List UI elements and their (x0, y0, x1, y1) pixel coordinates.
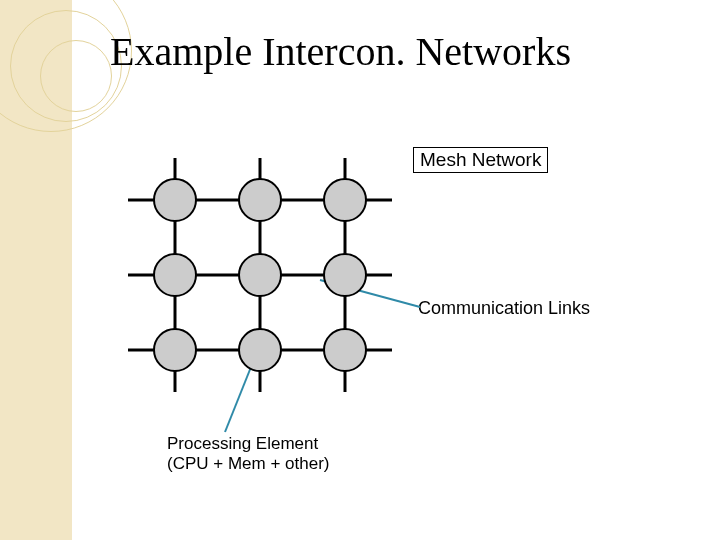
node-r2-c2 (324, 329, 366, 371)
node-r0-c1 (239, 179, 281, 221)
node-r1-c0 (154, 254, 196, 296)
node-r1-c2 (324, 254, 366, 296)
node-r1-c1 (239, 254, 281, 296)
node-r2-c0 (154, 329, 196, 371)
node-r2-c1 (239, 329, 281, 371)
callout-to-node (225, 362, 253, 432)
mesh-nodes (154, 179, 366, 371)
mesh-diagram (0, 0, 720, 540)
node-r0-c2 (324, 179, 366, 221)
node-r0-c0 (154, 179, 196, 221)
